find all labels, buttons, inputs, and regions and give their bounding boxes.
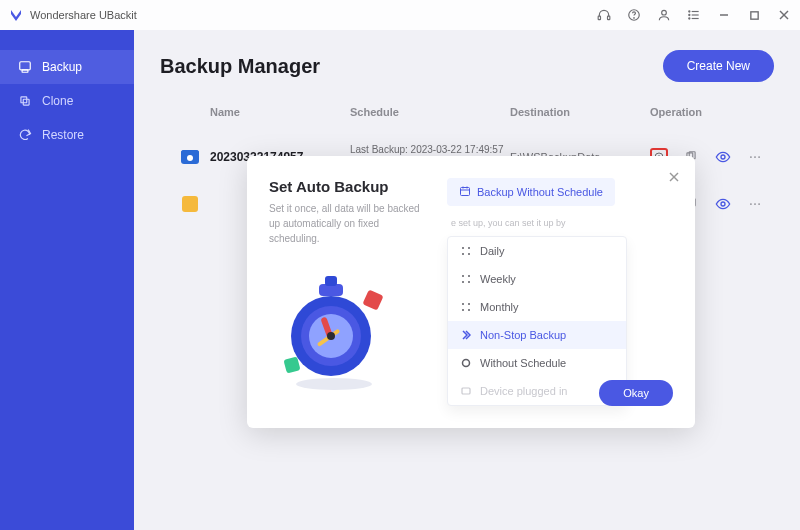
table-header: Name Schedule Destination Operation bbox=[160, 106, 774, 132]
schedule-option-nonstop[interactable]: Non-Stop Backup bbox=[448, 321, 626, 349]
sidebar-item-clone[interactable]: Clone bbox=[0, 84, 134, 118]
schedule-select-button[interactable]: Backup Without Schedule bbox=[447, 178, 615, 206]
create-new-button[interactable]: Create New bbox=[663, 50, 774, 82]
more-op-icon[interactable] bbox=[746, 148, 764, 166]
svg-rect-20 bbox=[181, 150, 199, 155]
modal-hint: e set up, you can set it up by bbox=[447, 218, 673, 228]
svg-point-62 bbox=[468, 281, 470, 283]
svg-point-57 bbox=[462, 253, 464, 255]
svg-point-40 bbox=[296, 378, 372, 390]
svg-point-9 bbox=[689, 14, 690, 15]
user-icon[interactable] bbox=[656, 7, 672, 23]
svg-point-65 bbox=[462, 309, 464, 311]
clone-icon bbox=[18, 94, 32, 108]
svg-rect-48 bbox=[325, 276, 337, 286]
dots-icon bbox=[460, 301, 472, 313]
svg-rect-29 bbox=[182, 196, 198, 212]
backup-icon bbox=[18, 60, 32, 74]
close-icon[interactable] bbox=[776, 7, 792, 23]
svg-point-10 bbox=[689, 18, 690, 19]
modal-description: Set it once, all data will be backed up … bbox=[269, 201, 429, 246]
svg-rect-12 bbox=[750, 11, 757, 18]
svg-point-35 bbox=[754, 203, 756, 205]
row-source-icon bbox=[170, 192, 210, 216]
sidebar-item-backup[interactable]: Backup bbox=[0, 50, 134, 84]
row-source-icon bbox=[170, 145, 210, 169]
circle-icon bbox=[460, 357, 472, 369]
svg-point-55 bbox=[462, 247, 464, 249]
col-destination: Destination bbox=[510, 106, 650, 118]
dd-label: Non-Stop Backup bbox=[480, 329, 566, 341]
svg-point-64 bbox=[468, 303, 470, 305]
device-icon bbox=[460, 385, 472, 397]
svg-point-59 bbox=[462, 275, 464, 277]
svg-point-46 bbox=[327, 332, 335, 340]
auto-backup-modal: Set Auto Backup Set it once, all data wi… bbox=[247, 156, 695, 428]
svg-rect-50 bbox=[283, 356, 300, 373]
dd-label: Without Schedule bbox=[480, 357, 566, 369]
schedule-option-weekly[interactable]: Weekly bbox=[448, 265, 626, 293]
svg-point-63 bbox=[462, 303, 464, 305]
svg-point-58 bbox=[468, 253, 470, 255]
app-title: Wondershare UBackit bbox=[30, 9, 137, 21]
svg-point-61 bbox=[462, 281, 464, 283]
page-header: Backup Manager Create New bbox=[160, 50, 774, 82]
clock-illustration-icon bbox=[269, 266, 399, 396]
svg-rect-68 bbox=[462, 388, 470, 394]
svg-rect-15 bbox=[20, 62, 31, 70]
dd-label: Device plugged in bbox=[480, 385, 567, 397]
headset-icon[interactable] bbox=[596, 7, 612, 23]
svg-point-36 bbox=[758, 203, 760, 205]
col-operation: Operation bbox=[650, 106, 764, 118]
svg-point-56 bbox=[468, 247, 470, 249]
modal-right: Backup Without Schedule e set up, you ca… bbox=[447, 178, 673, 406]
menu-icon[interactable] bbox=[686, 7, 702, 23]
app-logo-icon bbox=[8, 7, 24, 23]
titlebar: Wondershare UBackit bbox=[0, 0, 800, 30]
sidebar-item-label: Backup bbox=[42, 60, 82, 74]
svg-point-66 bbox=[468, 309, 470, 311]
schedule-option-daily[interactable]: Daily bbox=[448, 237, 626, 265]
svg-point-33 bbox=[721, 202, 725, 206]
calendar-icon bbox=[459, 185, 471, 199]
row-last-backup: Last Backup: 2023-03-22 17:49:57 bbox=[350, 142, 510, 157]
svg-point-60 bbox=[468, 275, 470, 277]
svg-point-28 bbox=[758, 156, 760, 158]
dd-label: Weekly bbox=[480, 273, 516, 285]
dots-icon bbox=[460, 273, 472, 285]
schedule-option-without[interactable]: Without Schedule bbox=[448, 349, 626, 377]
dd-label: Monthly bbox=[480, 301, 519, 313]
schedule-option-monthly[interactable]: Monthly bbox=[448, 293, 626, 321]
svg-rect-49 bbox=[362, 289, 383, 310]
sidebar-item-restore[interactable]: Restore bbox=[0, 118, 134, 152]
schedule-select-label: Backup Without Schedule bbox=[477, 186, 603, 198]
svg-point-3 bbox=[634, 18, 635, 19]
sidebar-item-label: Clone bbox=[42, 94, 73, 108]
svg-point-25 bbox=[721, 155, 725, 159]
svg-rect-1 bbox=[608, 16, 610, 20]
view-op-icon[interactable] bbox=[714, 148, 732, 166]
modal-title: Set Auto Backup bbox=[269, 178, 429, 195]
svg-point-8 bbox=[689, 11, 690, 12]
okay-button[interactable]: Okay bbox=[599, 380, 673, 406]
modal-close-icon[interactable] bbox=[665, 168, 683, 186]
col-schedule: Schedule bbox=[350, 106, 510, 118]
more-op-icon[interactable] bbox=[746, 195, 764, 213]
svg-point-67 bbox=[463, 360, 470, 367]
svg-point-21 bbox=[187, 155, 193, 161]
view-op-icon[interactable] bbox=[714, 195, 732, 213]
modal-left: Set Auto Backup Set it once, all data wi… bbox=[269, 178, 429, 406]
schedule-dropdown: Daily Weekly Monthly Non-Stop Backup bbox=[447, 236, 627, 406]
sidebar-item-label: Restore bbox=[42, 128, 84, 142]
titlebar-controls bbox=[596, 7, 792, 23]
svg-point-34 bbox=[750, 203, 752, 205]
sidebar: Backup Clone Restore bbox=[0, 30, 134, 530]
minimize-icon[interactable] bbox=[716, 7, 732, 23]
svg-rect-16 bbox=[22, 70, 28, 72]
dots-icon bbox=[460, 245, 472, 257]
svg-rect-0 bbox=[598, 16, 600, 20]
help-icon[interactable] bbox=[626, 7, 642, 23]
svg-point-26 bbox=[750, 156, 752, 158]
col-name: Name bbox=[210, 106, 350, 118]
maximize-icon[interactable] bbox=[746, 7, 762, 23]
